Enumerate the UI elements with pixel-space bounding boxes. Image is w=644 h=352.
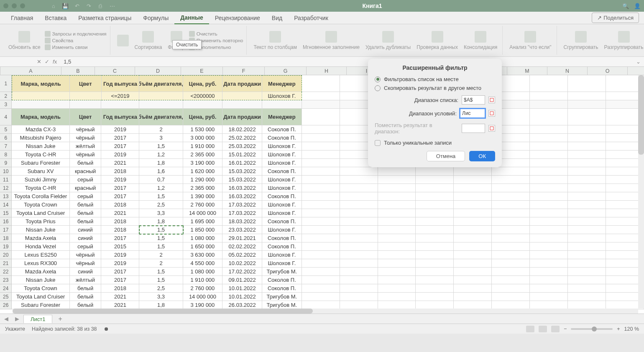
cell[interactable]: чёрный bbox=[70, 259, 102, 268]
macro-record-icon[interactable]: ⏺ bbox=[104, 326, 109, 332]
cell[interactable]: 2018 bbox=[101, 226, 139, 234]
refresh-all-button[interactable]: Обновить все bbox=[7, 30, 42, 51]
cell[interactable]: 1 290 000 bbox=[183, 176, 223, 184]
cell[interactable]: <=2019 bbox=[102, 92, 140, 100]
share-title-icon[interactable]: 👤 bbox=[634, 3, 641, 9]
cell[interactable] bbox=[454, 268, 492, 276]
row-header[interactable]: 12 bbox=[0, 184, 12, 192]
cell[interactable] bbox=[568, 142, 606, 150]
cell[interactable]: 2019 bbox=[101, 176, 139, 184]
column-header[interactable]: O bbox=[588, 67, 628, 75]
zoom-in-icon[interactable]: + bbox=[617, 326, 620, 332]
row-header[interactable]: 6 bbox=[0, 134, 12, 142]
maximize-window-icon[interactable] bbox=[20, 3, 25, 8]
queries-button[interactable]: Запросы и подключения bbox=[45, 31, 107, 37]
cell[interactable]: серый bbox=[70, 242, 102, 251]
cell[interactable] bbox=[340, 293, 378, 301]
cell[interactable]: 2015 bbox=[101, 242, 139, 251]
cell[interactable]: 1,2 bbox=[139, 184, 183, 192]
cell[interactable]: 15.03.2022 bbox=[222, 167, 262, 176]
cell[interactable] bbox=[416, 201, 454, 209]
cell[interactable] bbox=[12, 92, 69, 100]
properties-button[interactable]: Свойства bbox=[45, 38, 107, 43]
cell[interactable] bbox=[302, 276, 340, 284]
cell[interactable] bbox=[416, 293, 454, 301]
view-normal-icon[interactable] bbox=[526, 326, 534, 332]
cell[interactable]: 2021 bbox=[101, 159, 139, 167]
cell[interactable]: Менеджер bbox=[262, 109, 302, 125]
cell[interactable] bbox=[378, 293, 416, 301]
cell[interactable] bbox=[340, 184, 378, 192]
cell[interactable] bbox=[568, 92, 606, 100]
tab-review[interactable]: Рецензирование bbox=[209, 12, 266, 24]
cell[interactable]: 14 000 000 bbox=[183, 293, 223, 301]
cell[interactable]: 1,6 bbox=[139, 167, 183, 176]
cell[interactable]: 2017 bbox=[101, 134, 139, 142]
cell[interactable] bbox=[302, 268, 340, 276]
cell[interactable]: 17.02.2022 bbox=[222, 268, 262, 276]
tab-home[interactable]: Главная bbox=[5, 12, 39, 24]
cell[interactable]: Дата продажи bbox=[222, 75, 262, 92]
text-to-cols-button[interactable]: Текст по столбцам bbox=[252, 30, 299, 51]
cell[interactable] bbox=[378, 167, 416, 176]
cell[interactable] bbox=[492, 259, 530, 268]
cell[interactable] bbox=[530, 276, 568, 284]
cell[interactable] bbox=[492, 217, 530, 226]
sheet-tab[interactable]: Лист1 bbox=[23, 315, 52, 323]
criteria-range-input[interactable]: Лис bbox=[460, 109, 485, 118]
cell[interactable]: Subaru Forester bbox=[12, 301, 69, 309]
cell[interactable]: 10.01.2022 bbox=[222, 293, 262, 301]
cell[interactable] bbox=[454, 242, 492, 251]
cell[interactable]: белый bbox=[70, 159, 102, 167]
row-header[interactable]: 25 bbox=[0, 293, 12, 301]
cell[interactable]: Toyota C-HR bbox=[12, 150, 69, 159]
cell[interactable]: Toyota C-HR bbox=[12, 184, 69, 192]
cell[interactable] bbox=[70, 92, 102, 100]
cell[interactable] bbox=[530, 293, 568, 301]
cell[interactable] bbox=[378, 226, 416, 234]
cell[interactable]: Suzuki Jimny bbox=[12, 176, 69, 184]
cell[interactable] bbox=[530, 100, 568, 109]
cell[interactable] bbox=[530, 142, 568, 150]
cell[interactable]: Соколов П. bbox=[262, 192, 302, 201]
cell[interactable] bbox=[302, 242, 340, 251]
cell[interactable] bbox=[530, 268, 568, 276]
cell[interactable]: Цвет bbox=[70, 75, 102, 92]
cell[interactable]: Mazda Axela bbox=[12, 268, 69, 276]
cell[interactable]: 17.03.2022 bbox=[222, 209, 262, 217]
cell[interactable] bbox=[568, 201, 606, 209]
cell[interactable] bbox=[416, 167, 454, 176]
cell[interactable] bbox=[568, 226, 606, 234]
tab-developer[interactable]: Разработчик bbox=[288, 12, 334, 24]
cell[interactable]: 2,5 bbox=[139, 284, 183, 293]
cell[interactable]: Toyota Crown bbox=[12, 284, 69, 293]
cell[interactable]: белый bbox=[70, 201, 102, 209]
cell[interactable]: Nissan Juke bbox=[12, 142, 69, 150]
cell[interactable]: серый bbox=[70, 176, 102, 184]
cell[interactable]: жёлтый bbox=[70, 142, 102, 150]
cell[interactable]: Nissan Juke bbox=[12, 226, 69, 234]
cell[interactable]: Lexus ES250 bbox=[12, 251, 69, 259]
cell[interactable]: 2018 bbox=[101, 201, 139, 209]
cell[interactable] bbox=[302, 251, 340, 259]
cell[interactable] bbox=[378, 201, 416, 209]
cell[interactable] bbox=[568, 184, 606, 192]
cell[interactable] bbox=[302, 134, 340, 142]
row-header[interactable]: 16 bbox=[0, 217, 12, 226]
cell[interactable]: Subaru Forester bbox=[12, 159, 69, 167]
cell[interactable] bbox=[340, 259, 378, 268]
cell[interactable]: 2021 bbox=[101, 301, 139, 309]
cell[interactable]: 3,3 bbox=[139, 293, 183, 301]
row-header[interactable]: 15 bbox=[0, 209, 12, 217]
cell[interactable] bbox=[492, 234, 530, 242]
cell[interactable]: 1 620 000 bbox=[183, 167, 223, 176]
cell[interactable]: 1 910 000 bbox=[183, 276, 223, 284]
cell[interactable] bbox=[530, 217, 568, 226]
view-page-icon[interactable] bbox=[539, 326, 547, 332]
column-header[interactable]: D bbox=[135, 67, 181, 75]
formula-input[interactable]: 1,5 bbox=[60, 59, 634, 65]
cell[interactable]: Mazda CX-3 bbox=[12, 125, 69, 134]
cell[interactable]: белый bbox=[70, 209, 102, 217]
cell[interactable] bbox=[139, 100, 183, 109]
cell[interactable] bbox=[568, 217, 606, 226]
